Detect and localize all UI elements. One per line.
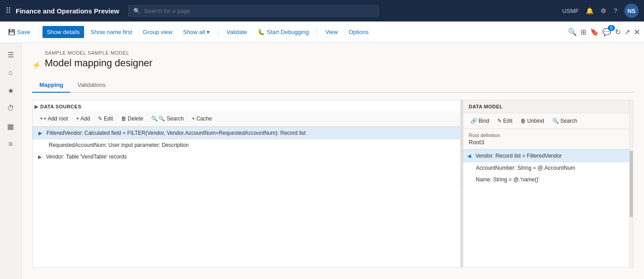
cache-button[interactable]: + Cache bbox=[188, 114, 216, 124]
start-debugging-button[interactable]: 🐛 Start Debugging bbox=[253, 26, 313, 38]
message-badge: 6 bbox=[608, 25, 615, 31]
delete-button[interactable]: 🗑 Delete bbox=[118, 114, 147, 124]
separator2 bbox=[218, 27, 218, 38]
main-content: ⚡ SAMPLE MODEL SAMPLE MODEL Model mappin… bbox=[21, 43, 644, 279]
expand-icon: ◀ bbox=[467, 153, 474, 159]
main-layout: ☰ ⌂ ★ ⏱ ▦ ≡ ⚡ SAMPLE MODEL SAMPLE MODEL … bbox=[0, 43, 644, 279]
user-avatar[interactable]: NS bbox=[624, 4, 639, 18]
separator3 bbox=[317, 27, 317, 38]
app-grid-icon[interactable]: ⠿ bbox=[5, 6, 11, 16]
data-sources-panel: ▶ DATA SOURCES + + Add root + Add ✎ Edit bbox=[32, 100, 463, 268]
item-text: Vendor: Record list = FilteredVendor bbox=[475, 153, 562, 159]
page-title: Model mapping designer bbox=[45, 57, 153, 69]
nav-icons: USMF 🔔 ⚙ ? NS bbox=[562, 4, 639, 18]
add-root-icon: + bbox=[40, 116, 43, 122]
refresh-cmd-icon[interactable]: ↻ bbox=[615, 28, 621, 36]
external-link-icon[interactable]: ↗ bbox=[624, 28, 630, 36]
root-def-label: Root definition bbox=[469, 133, 627, 138]
tab-mapping[interactable]: Mapping bbox=[32, 78, 70, 93]
separator bbox=[38, 27, 39, 38]
tab-bar: Mapping Validations bbox=[32, 78, 633, 93]
ds-expand-icon[interactable]: ▶ bbox=[34, 103, 38, 110]
pencil-icon: ✎ bbox=[497, 118, 502, 124]
help-icon[interactable]: ? bbox=[614, 7, 617, 14]
tree-item-filtered-vendor[interactable]: ▶ FilteredVendor: Calculated field = FIL… bbox=[33, 127, 463, 139]
expand-icon: ▶ bbox=[38, 154, 44, 160]
add-root-button[interactable]: + + Add root bbox=[36, 114, 72, 124]
show-name-first-button[interactable]: Show name first bbox=[86, 26, 136, 38]
save-icon: 💾 bbox=[8, 29, 15, 35]
command-bar: 💾 Save Show details Show name first Grou… bbox=[0, 21, 644, 43]
resize-handle[interactable]: ⋮ bbox=[460, 100, 463, 267]
edit-button[interactable]: ✎ Edit bbox=[94, 114, 117, 124]
scrollbar-thumb[interactable] bbox=[630, 150, 633, 217]
unlink-icon: 🗑 bbox=[521, 118, 526, 124]
expand-icon: ▶ bbox=[38, 130, 45, 136]
trash-icon: 🗑 bbox=[121, 116, 127, 122]
ds-panel-title: DATA SOURCES bbox=[40, 102, 81, 111]
sidebar: ☰ ⌂ ★ ⏱ ▦ ≡ bbox=[0, 43, 21, 279]
settings-icon[interactable]: ⚙ bbox=[601, 7, 606, 14]
breadcrumb: SAMPLE MODEL SAMPLE MODEL bbox=[45, 50, 153, 56]
bookmark-cmd-icon[interactable]: 🔖 bbox=[590, 28, 599, 36]
save-button[interactable]: 💾 Save bbox=[4, 26, 35, 38]
ds-search-button[interactable]: 🔍 🔍 Search bbox=[148, 114, 187, 124]
sidebar-icon-list[interactable]: ≡ bbox=[3, 136, 19, 152]
dm-search-icon: 🔍 bbox=[552, 118, 559, 124]
sidebar-icon-home[interactable]: ⌂ bbox=[3, 64, 19, 81]
item-text: Name: String = @.'name()' bbox=[476, 176, 539, 183]
grid-cmd-icon[interactable]: ⊞ bbox=[580, 28, 586, 36]
search-icon: 🔍 bbox=[133, 8, 140, 14]
sidebar-icon-clock[interactable]: ⏱ bbox=[3, 100, 19, 116]
item-text: AccountNumber: String = @.AccountNum bbox=[476, 165, 575, 171]
edit-icon: ✎ bbox=[98, 116, 102, 122]
sidebar-icon-hamburger[interactable]: ☰ bbox=[3, 47, 19, 63]
chevron-down-icon: ▾ bbox=[207, 29, 210, 35]
tab-validations[interactable]: Validations bbox=[70, 78, 113, 93]
filter-icon[interactable]: ⚡ bbox=[32, 61, 41, 69]
global-search-box[interactable]: 🔍 bbox=[128, 5, 379, 17]
bug-icon: 🐛 bbox=[258, 29, 265, 35]
dm-search-button[interactable]: 🔍 Search bbox=[549, 116, 581, 126]
panels: ▶ DATA SOURCES + + Add root + Add ✎ Edit bbox=[32, 100, 633, 268]
ds-toolbar: + + Add root + Add ✎ Edit 🗑 Delete bbox=[33, 111, 463, 127]
link-icon: 🔗 bbox=[470, 118, 477, 124]
item-text: Vendor: Table 'VendTable' records bbox=[46, 154, 459, 160]
tree-item-requested-account[interactable]: RequestedAccountNum: User input paramete… bbox=[33, 139, 463, 151]
notification-icon[interactable]: 🔔 bbox=[586, 7, 593, 14]
options-button[interactable]: Options bbox=[344, 26, 373, 38]
dm-panel-title: DATA MODEL bbox=[463, 100, 633, 113]
dm-edit-button[interactable]: ✎ Edit bbox=[494, 116, 516, 126]
item-text: RequestedAccountNum: User input paramete… bbox=[49, 142, 459, 148]
dm-item-name[interactable]: Name: String = @.'name()' bbox=[463, 174, 633, 185]
dm-item-account-number[interactable]: AccountNumber: String = @.AccountNum bbox=[463, 162, 633, 174]
show-all-button[interactable]: Show all ▾ bbox=[178, 26, 214, 38]
group-view-button[interactable]: Group view bbox=[139, 26, 177, 38]
show-details-button[interactable]: Show details bbox=[42, 26, 85, 38]
org-label: USMF bbox=[562, 8, 579, 14]
search-cmd-icon[interactable]: 🔍 bbox=[568, 28, 577, 36]
ds-tree: ▶ FilteredVendor: Calculated field = FIL… bbox=[33, 127, 463, 267]
item-text: FilteredVendor: Calculated field = FILTE… bbox=[47, 130, 459, 136]
add-button[interactable]: + Add bbox=[72, 114, 93, 124]
unbind-button[interactable]: 🗑 Unbind bbox=[517, 116, 548, 126]
view-button[interactable]: View bbox=[321, 26, 342, 38]
top-nav: ⠿ Finance and Operations Preview 🔍 USMF … bbox=[0, 0, 644, 21]
tree-item-vendor[interactable]: ▶ Vendor: Table 'VendTable' records bbox=[33, 151, 463, 163]
root-def-value: Root3 bbox=[469, 139, 627, 146]
bind-button[interactable]: 🔗 Bind bbox=[467, 116, 493, 126]
data-model-panel: DATA MODEL 🔗 Bind ✎ Edit 🗑 Unbind bbox=[463, 100, 633, 268]
dm-item-vendor[interactable]: ◀ Vendor: Record list = FilteredVendor bbox=[463, 150, 633, 162]
root-definition: Root definition Root3 bbox=[463, 129, 633, 150]
sidebar-icon-grid[interactable]: ▦ bbox=[3, 118, 19, 134]
close-icon[interactable]: ✕ bbox=[634, 27, 640, 37]
dm-toolbar: 🔗 Bind ✎ Edit 🗑 Unbind 🔍 Search bbox=[463, 113, 633, 129]
scrollbar[interactable] bbox=[629, 100, 633, 267]
sidebar-icon-star[interactable]: ★ bbox=[3, 82, 19, 99]
search-icon: 🔍 bbox=[151, 116, 158, 122]
validate-button[interactable]: Validate bbox=[222, 26, 251, 38]
global-search-input[interactable] bbox=[144, 8, 374, 14]
app-title: Finance and Operations Preview bbox=[16, 7, 119, 15]
dm-tree: ◀ Vendor: Record list = FilteredVendor A… bbox=[463, 150, 633, 267]
